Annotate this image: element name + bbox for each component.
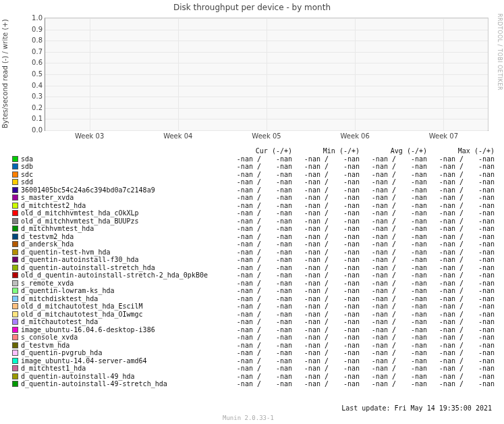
legend-row: old_d_quentin-autoinstall-stretch-2_hda_… — [12, 271, 495, 280]
legend-value: -nan / -nan — [360, 326, 427, 334]
y-tick: 0.5 — [16, 70, 43, 78]
legend-swatch — [12, 365, 18, 371]
legend-row: d_testvm2_hda-nan / -nan-nan / -nan-nan … — [12, 233, 495, 241]
legend-value: -nan / -nan — [427, 186, 495, 194]
legend-label: image_ubuntu-14.04-server-amd64 — [21, 357, 225, 365]
legend-value: -nan / -nan — [225, 155, 292, 163]
legend-value: -nan / -nan — [292, 186, 360, 194]
legend-value: -nan / -nan — [427, 217, 495, 226]
legend-value: -nan / -nan — [427, 373, 495, 381]
legend-value: -nan / -nan — [292, 342, 360, 350]
legend-value: -nan / -nan — [360, 334, 427, 342]
legend-swatch — [12, 327, 18, 333]
legend-value: -nan / -nan — [360, 155, 427, 163]
y-tick: 0.3 — [16, 92, 43, 100]
legend-value: -nan / -nan — [225, 373, 292, 381]
legend-swatch — [12, 303, 18, 309]
legend-row: old_d_mitchautotest_hda_OIwmgc-nan / -na… — [12, 311, 495, 319]
legend-value: -nan / -nan — [427, 171, 495, 179]
legend-value: -nan / -nan — [360, 248, 427, 257]
legend-row: s_console_xvda-nan / -nan-nan / -nan-nan… — [12, 334, 495, 342]
legend-value: -nan / -nan — [292, 271, 360, 280]
legend-swatch — [12, 234, 18, 240]
legend-swatch — [12, 203, 18, 209]
legend-value: -nan / -nan — [427, 318, 495, 326]
legend-row: d_testvm_hda-nan / -nan-nan / -nan-nan /… — [12, 342, 495, 350]
legend-value: -nan / -nan — [292, 302, 360, 311]
legend-label: sda — [21, 155, 225, 163]
legend-swatch — [12, 194, 18, 201]
legend-value: -nan / -nan — [292, 280, 360, 288]
x-tick: Week 07 — [429, 132, 458, 140]
legend-value: -nan / -nan — [427, 202, 495, 210]
legend-value: -nan / -nan — [427, 380, 495, 388]
legend-label: old_d_mitchhvmtest_hda_cOkXLp — [21, 209, 225, 217]
legend-value: -nan / -nan — [292, 318, 360, 326]
legend-row: s_master_xvda-nan / -nan-nan / -nan-nan … — [12, 194, 495, 202]
x-tick: Week 06 — [341, 132, 370, 140]
legend-value: -nan / -nan — [360, 186, 427, 194]
legend-value: -nan / -nan — [292, 295, 360, 303]
legend-label: s_master_xvda — [21, 194, 225, 202]
legend-value: -nan / -nan — [360, 209, 427, 217]
legend-value: -nan / -nan — [427, 357, 495, 365]
legend-value: -nan / -nan — [360, 380, 427, 388]
legend-label: d_andersk_hda — [21, 240, 225, 248]
legend-value: -nan / -nan — [225, 217, 292, 226]
legend-swatch — [12, 319, 18, 325]
legend-value: -nan / -nan — [427, 256, 495, 264]
legend-value: -nan / -nan — [292, 217, 360, 226]
legend-value: -nan / -nan — [225, 357, 292, 365]
y-axis-label: Bytes/second read (-) / write (+) — [1, 19, 9, 128]
legend-value: -nan / -nan — [225, 311, 292, 319]
x-tick: Week 03 — [75, 132, 104, 140]
legend-value: -nan / -nan — [427, 155, 495, 163]
legend-value: -nan / -nan — [292, 248, 360, 257]
legend-swatch — [12, 163, 18, 169]
legend-value: -nan / -nan — [360, 302, 427, 311]
legend-value: -nan / -nan — [225, 186, 292, 194]
legend-value: -nan / -nan — [360, 240, 427, 248]
legend-value: -nan / -nan — [292, 349, 360, 357]
legend-value: -nan / -nan — [292, 373, 360, 381]
legend-value: -nan / -nan — [360, 342, 427, 350]
legend-value: -nan / -nan — [292, 334, 360, 342]
legend-swatch — [12, 288, 18, 294]
legend-value: -nan / -nan — [225, 271, 292, 280]
legend-label: s_console_xvda — [21, 334, 225, 342]
legend-value: -nan / -nan — [427, 280, 495, 288]
legend-value: -nan / -nan — [292, 233, 360, 241]
legend-value: -nan / -nan — [427, 311, 495, 319]
legend-value: -nan / -nan — [360, 349, 427, 357]
legend-value: -nan / -nan — [427, 178, 495, 186]
legend-value: -nan / -nan — [225, 334, 292, 342]
legend-value: -nan / -nan — [360, 271, 427, 280]
legend-value: -nan / -nan — [427, 163, 495, 171]
legend-row: d_quentin-pvgrub_hda-nan / -nan-nan / -n… — [12, 349, 495, 357]
legend-swatch — [12, 381, 18, 387]
munin-version: Munin 2.0.33-1 — [223, 415, 274, 421]
chart-title: Disk throughput per device - by month — [0, 0, 504, 12]
legend-label: old_d_mitchautotest_hda_OIwmgc — [21, 311, 225, 319]
legend-value: -nan / -nan — [292, 155, 360, 163]
legend-swatch — [12, 210, 18, 216]
legend-value: -nan / -nan — [225, 256, 292, 264]
legend-value: -nan / -nan — [427, 349, 495, 357]
legend-value: -nan / -nan — [225, 202, 292, 210]
legend-value: -nan / -nan — [292, 163, 360, 171]
legend-value: -nan / -nan — [225, 240, 292, 248]
legend-value: -nan / -nan — [360, 264, 427, 272]
legend-value: -nan / -nan — [225, 264, 292, 272]
legend-swatch — [12, 156, 18, 162]
legend-row: d_quentin-autoinstall-stretch_hda-nan / … — [12, 264, 495, 272]
legend-value: -nan / -nan — [225, 209, 292, 217]
legend-label: d_testvm_hda — [21, 342, 225, 350]
legend-value: -nan / -nan — [225, 280, 292, 288]
legend-value: -nan / -nan — [360, 295, 427, 303]
legend-row: sda-nan / -nan-nan / -nan-nan / -nan-nan… — [12, 155, 495, 163]
legend-label: d_quentin-autoinstall-49_hda — [21, 373, 225, 381]
legend-row: s_remote_xvda-nan / -nan-nan / -nan-nan … — [12, 280, 495, 288]
legend-value: -nan / -nan — [427, 264, 495, 272]
legend-swatch — [12, 171, 18, 178]
legend-value: -nan / -nan — [225, 225, 292, 233]
